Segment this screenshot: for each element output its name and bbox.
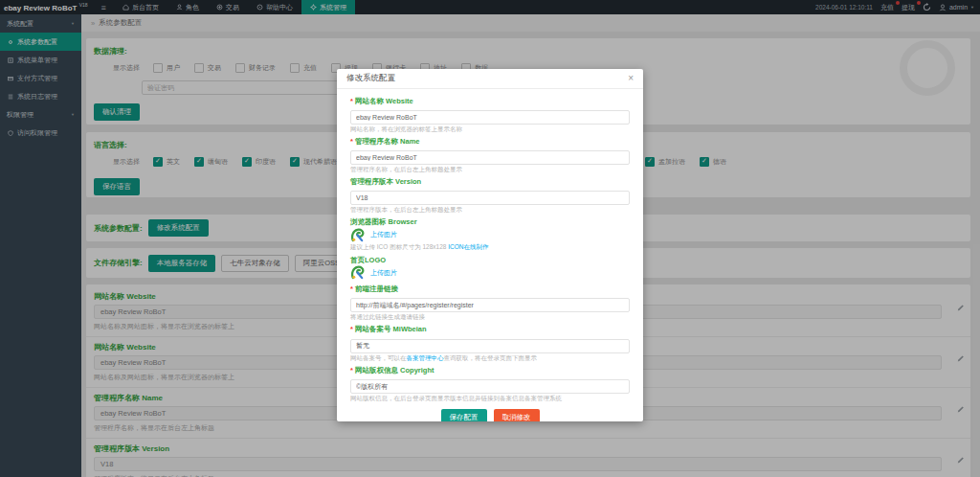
modal-header: 修改系统配置 × <box>337 69 643 89</box>
register-link-input[interactable] <box>350 298 630 312</box>
icon-maker-link[interactable]: ICON在线制作 <box>448 243 488 250</box>
upload-logo-link[interactable]: 上传图片 <box>370 268 397 278</box>
save-config-button[interactable]: 保存配置 <box>441 409 487 421</box>
modal-field-website: 网站名称 Website 网站名称，将在浏览器的标签上显示名称 <box>350 97 630 133</box>
modal-body: 网站名称 Website 网站名称，将在浏览器的标签上显示名称 管理程序名称 N… <box>337 89 643 421</box>
admin-name-input[interactable] <box>350 150 630 165</box>
modal-actions: 保存配置 取消修改 <box>350 409 630 421</box>
modal-title: 修改系统配置 <box>346 73 395 84</box>
copyright-input[interactable] <box>350 379 630 394</box>
version-input[interactable] <box>350 191 630 205</box>
modal-field-copyright: 网站版权信息 Copyright 网站版权信息，在后台登录页面显示版本信息并链接… <box>350 366 630 403</box>
modal-field-beian: 网站备案号 MiWbeian 网站备案号，可以在备案管理中心查询获取，将在登录页… <box>350 325 630 362</box>
home-logo <box>350 265 365 280</box>
close-icon[interactable]: × <box>628 74 634 83</box>
modal-field-version: 管理程序版本 Version 管理程序版本，在后台左上角标题处显示 <box>350 177 630 214</box>
modal-field-home-logo: 首页LOGO 上传图片 <box>350 256 630 281</box>
upload-favicon-link[interactable]: 上传图片 <box>370 230 397 239</box>
beian-input[interactable] <box>350 339 630 353</box>
cancel-edit-button[interactable]: 取消修改 <box>494 409 540 421</box>
modal-field-browser-icon: 浏览器图标 Browser 上传图片 建议上传 ICO 图标尺寸为 128x12… <box>350 217 630 251</box>
edit-config-modal: 修改系统配置 × 网站名称 Website 网站名称，将在浏览器的标签上显示名称… <box>337 69 643 421</box>
beian-center-link[interactable]: 备案管理中心 <box>407 354 444 361</box>
website-input[interactable] <box>350 110 630 125</box>
modal-field-name: 管理程序名称 Name 管理程序名称，在后台左上角标题处显示 <box>350 137 630 173</box>
favicon-logo <box>350 228 365 242</box>
modal-field-register-link: 前端注册链接 将通过此链接生成邀请链接 <box>350 284 630 322</box>
